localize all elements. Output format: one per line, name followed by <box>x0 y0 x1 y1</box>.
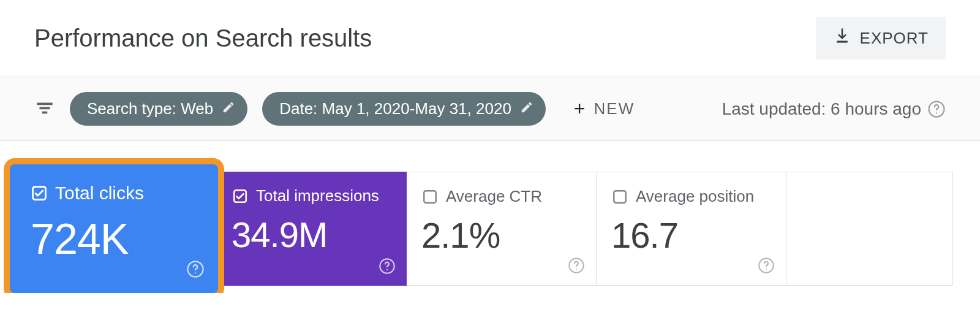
search-type-chip[interactable]: Search type: Web <box>70 92 247 126</box>
metric-label: Average CTR <box>446 187 542 206</box>
svg-point-8 <box>195 272 196 273</box>
metric-card-total-clicks[interactable]: Total clicks 724K <box>10 164 218 293</box>
pencil-icon <box>520 99 533 118</box>
checkbox-checked-icon <box>31 185 48 202</box>
help-icon[interactable] <box>927 100 946 118</box>
filter-bar: Search type: Web Date: May 1, 2020-May 3… <box>0 77 980 141</box>
svg-point-11 <box>386 269 388 270</box>
svg-rect-2 <box>40 107 50 109</box>
svg-rect-12 <box>424 191 436 203</box>
metrics-row-tail <box>786 172 953 286</box>
svg-rect-3 <box>42 111 48 113</box>
checkbox-unchecked-icon <box>611 188 628 205</box>
last-updated: Last updated: 6 hours ago <box>722 99 946 119</box>
metric-value: 16.7 <box>611 215 771 256</box>
metric-label: Total clicks <box>55 183 144 204</box>
page-header: Performance on Search results EXPORT <box>0 0 980 77</box>
plus-icon: + <box>574 97 587 120</box>
help-icon[interactable] <box>186 260 205 281</box>
metric-value: 34.9M <box>232 214 392 255</box>
help-icon[interactable] <box>758 257 775 277</box>
date-range-chip-label: Date: May 1, 2020-May 31, 2020 <box>279 99 511 118</box>
metrics-row: Total clicks 724K Total i <box>10 172 953 293</box>
metric-card-total-impressions[interactable]: Total impressions 34.9M <box>217 172 407 286</box>
filter-icon[interactable] <box>34 97 55 121</box>
svg-rect-15 <box>614 191 626 203</box>
download-icon <box>833 27 851 50</box>
checkbox-unchecked-icon <box>421 188 439 205</box>
metrics-section: Total clicks 724K Total i <box>0 141 980 293</box>
svg-point-5 <box>936 112 937 113</box>
new-filter-button[interactable]: + NEW <box>567 93 642 125</box>
metric-label: Total impressions <box>256 186 379 205</box>
help-icon[interactable] <box>379 258 396 277</box>
pencil-icon <box>222 99 235 118</box>
metric-label: Average position <box>636 187 754 206</box>
metric-card-average-position[interactable]: Average position 16.7 <box>597 172 786 286</box>
checkbox-checked-icon <box>232 188 249 205</box>
last-updated-text: Last updated: 6 hours ago <box>722 99 921 119</box>
help-icon[interactable] <box>568 257 585 277</box>
page-title: Performance on Search results <box>34 25 372 52</box>
svg-rect-0 <box>837 41 848 43</box>
metric-card-average-ctr[interactable]: Average CTR 2.1% <box>407 172 597 286</box>
svg-point-14 <box>576 269 577 270</box>
new-filter-label: NEW <box>594 99 635 118</box>
metric-value: 2.1% <box>421 215 581 256</box>
date-range-chip[interactable]: Date: May 1, 2020-May 31, 2020 <box>262 92 546 126</box>
svg-point-17 <box>766 269 767 270</box>
export-button[interactable]: EXPORT <box>816 17 946 59</box>
svg-rect-1 <box>37 102 53 105</box>
export-label: EXPORT <box>860 29 929 48</box>
search-type-chip-label: Search type: Web <box>87 99 213 118</box>
metric-value: 724K <box>31 215 201 264</box>
